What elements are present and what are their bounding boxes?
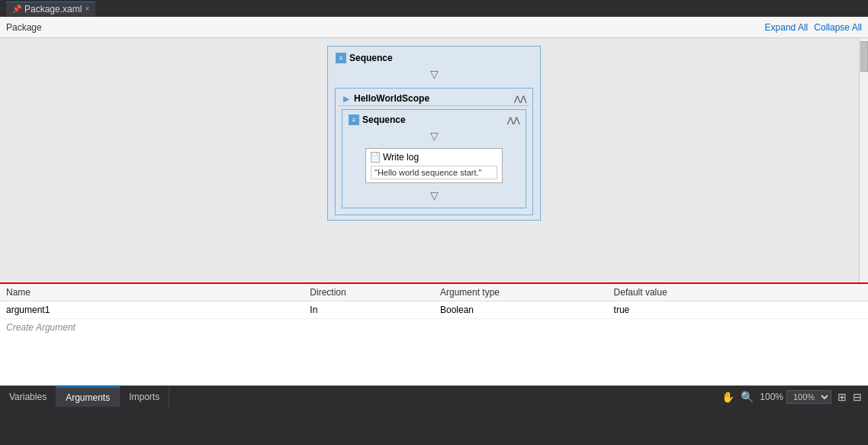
zoom-controls: 100% 100% 75% 125% 150%	[760, 390, 831, 404]
canvas-content: ≡ Sequence ▽ ▶ HelloWorldScope ⋀⋀	[5, 38, 863, 282]
write-log-icon: 📄	[371, 152, 380, 163]
footer-tab-imports[interactable]: Imports	[120, 386, 169, 407]
table-cell-direction: In	[304, 302, 434, 319]
grid-icon[interactable]: ⊟	[853, 391, 862, 403]
outer-sequence-header-left: ≡ Sequence	[336, 53, 393, 63]
breadcrumb: Package	[6, 22, 42, 33]
arrow-down-3: ▽	[430, 189, 439, 202]
arguments-panel: Name Direction Argument type Default val…	[0, 282, 868, 385]
sequence-icon: ≡	[336, 53, 346, 63]
write-log-header: 📄 Write log	[371, 152, 497, 163]
outer-sequence-label: Sequence	[349, 53, 393, 63]
close-icon[interactable]: ×	[85, 5, 89, 13]
create-argument-row[interactable]: Create Argument	[0, 319, 868, 336]
inner-sequence-icon: ≡	[349, 114, 359, 125]
col-direction-header: Direction	[304, 284, 434, 302]
scope-label: HelloWorldScope	[354, 93, 429, 104]
inner-sequence-node: ≡ Sequence ⋀⋀ ▽ 📄 Write log "Hello world…	[342, 109, 526, 208]
table-cell-type: Boolean	[434, 302, 608, 319]
scope-collapse-icon[interactable]: ⋀⋀	[514, 95, 526, 103]
inner-sequence-label: Sequence	[362, 114, 406, 125]
table-cell-default: true	[608, 302, 868, 319]
arrow-down-1: ▽	[430, 68, 439, 80]
hello-world-scope-node: ▶ HelloWorldScope ⋀⋀ ≡ Sequence ⋀⋀ ▽	[335, 88, 533, 215]
pin-icon: 📌	[12, 5, 21, 13]
tab-label: Package.xaml	[24, 4, 82, 15]
footer-tab-variables[interactable]: Variables	[0, 386, 56, 407]
header-toolbar: Package Expand All Collapse All	[0, 17, 868, 38]
table-cell-name: argument1	[0, 302, 304, 319]
header-actions: Expand All Collapse All	[765, 22, 862, 33]
arguments-table: Name Direction Argument type Default val…	[0, 284, 868, 319]
scope-header: ▶ HelloWorldScope ⋀⋀	[339, 92, 529, 106]
col-default-header: Default value	[608, 284, 868, 302]
write-log-node[interactable]: 📄 Write log "Hello world sequence start.…	[365, 148, 503, 183]
fit-to-screen-icon[interactable]: ⊞	[837, 391, 847, 403]
scrollbar[interactable]	[859, 38, 868, 282]
inner-sequence-header: ≡ Sequence ⋀⋀	[346, 113, 522, 127]
scrollbar-thumb[interactable]	[860, 41, 868, 72]
outer-sequence-node: ≡ Sequence ▽ ▶ HelloWorldScope ⋀⋀	[327, 46, 541, 221]
scope-header-left: ▶ HelloWorldScope	[342, 93, 429, 104]
play-icon: ▶	[342, 94, 351, 103]
hand-tool-icon[interactable]: ✋	[722, 391, 735, 403]
table-row[interactable]: argument1InBooleantrue	[0, 302, 868, 319]
write-log-label: Write log	[383, 152, 419, 163]
search-canvas-icon[interactable]: 🔍	[741, 391, 754, 403]
write-log-value: "Hello world sequence start."	[371, 166, 497, 179]
title-bar: 📌 Package.xaml ×	[0, 0, 868, 17]
footer-tabs-left: VariablesArgumentsImports	[0, 386, 169, 407]
collapse-all-button[interactable]: Collapse All	[814, 22, 862, 33]
footer-tabs: VariablesArgumentsImports ✋ 🔍 100% 100% …	[0, 385, 868, 407]
outer-sequence-header: ≡ Sequence	[333, 51, 535, 65]
file-tab[interactable]: 📌 Package.xaml ×	[6, 2, 95, 16]
col-name-header: Name	[0, 284, 304, 302]
footer-tab-arguments[interactable]: Arguments	[56, 386, 120, 407]
inner-collapse-icon[interactable]: ⋀⋀	[507, 116, 519, 124]
zoom-select[interactable]: 100% 75% 125% 150%	[786, 390, 831, 404]
expand-all-button[interactable]: Expand All	[765, 22, 809, 33]
arrow-down-2: ▽	[430, 130, 439, 142]
main-canvas: ≡ Sequence ▽ ▶ HelloWorldScope ⋀⋀	[0, 38, 868, 282]
footer-right: ✋ 🔍 100% 100% 75% 125% 150% ⊞ ⊟	[715, 386, 868, 407]
col-type-header: Argument type	[434, 284, 608, 302]
zoom-level: 100%	[760, 392, 783, 402]
